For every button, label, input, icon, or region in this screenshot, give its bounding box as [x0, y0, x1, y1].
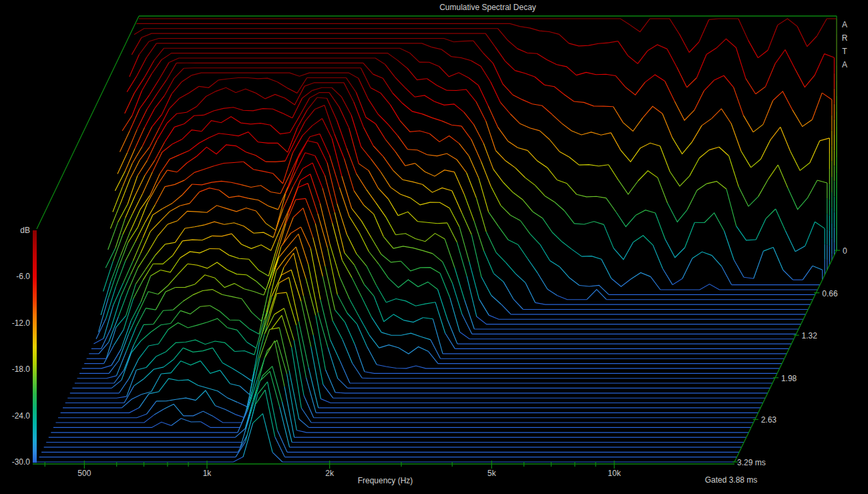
db-axis-label: dB — [0, 226, 30, 235]
db-tick-label: -30.0 — [0, 457, 30, 467]
frequency-axis-label: Frequency (Hz) — [185, 476, 586, 485]
arta-watermark-letter: A — [839, 60, 850, 69]
db-tick-label: -6.0 — [0, 272, 30, 281]
freq-tick-label: 500 — [64, 469, 104, 478]
db-tick-label: -18.0 — [0, 364, 30, 374]
freq-tick-label: 1k — [187, 469, 227, 478]
csd-slice — [37, 414, 734, 462]
time-tick-label: 0 — [843, 246, 847, 256]
waterfall — [37, 19, 837, 462]
freq-tick-label: 5k — [471, 469, 511, 478]
arta-watermark-letter: R — [839, 33, 850, 43]
time-tick-label: 2.63 — [761, 415, 777, 425]
time-tick-label: 3.29 ms — [737, 458, 766, 467]
time-tick-label: 0.66 — [822, 289, 837, 298]
time-tick-label: 1.98 — [781, 374, 797, 383]
db-tick-label: -12.0 — [0, 318, 30, 328]
time-tick-label: 1.32 — [802, 331, 817, 340]
csd-canvas — [0, 0, 868, 494]
csd-plot-window: Cumulative Spectral Decay dB Frequency (… — [0, 0, 868, 494]
db-tick-label: -24.0 — [0, 411, 30, 421]
arta-watermark-letter: T — [839, 47, 850, 56]
freq-tick-label: 10k — [594, 469, 634, 478]
freq-tick-label: 2k — [310, 469, 350, 478]
db-color-scale — [33, 230, 37, 463]
gated-time-label: Gated 3.88 ms — [668, 475, 795, 485]
page-title: Cumulative Spectral Decay — [139, 3, 837, 12]
arta-watermark-letter: A — [839, 20, 850, 29]
